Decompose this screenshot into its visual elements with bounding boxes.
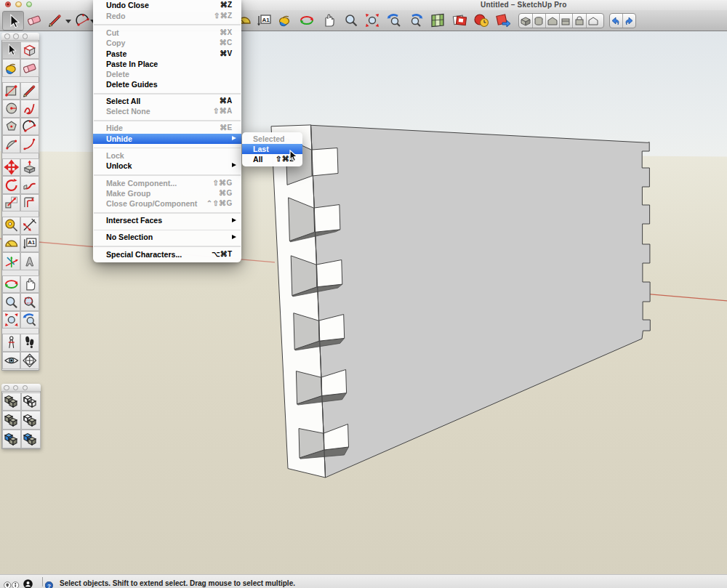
svg-text:A1: A1 xyxy=(262,17,270,23)
svg-text:A1: A1 xyxy=(28,240,36,246)
svg-text:?: ? xyxy=(47,582,51,588)
svg-text:C: C xyxy=(28,354,31,358)
